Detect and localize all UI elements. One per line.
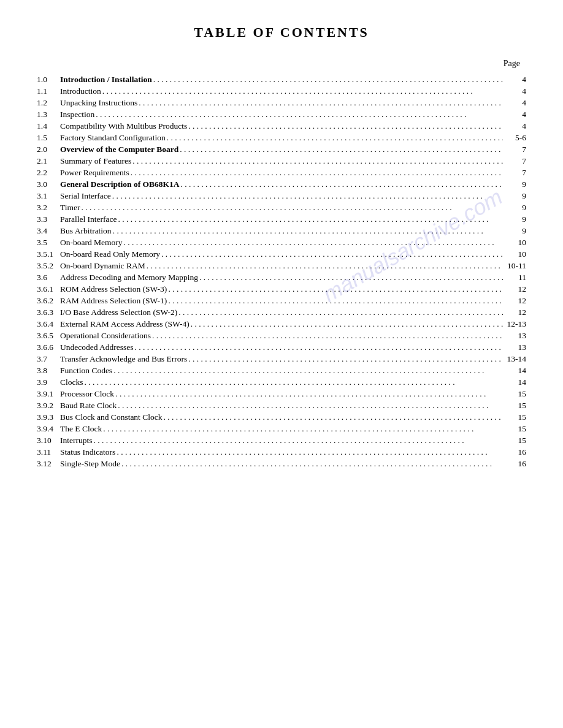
toc-dots: . . . . . . . . . . . . . . . . . . . . … [180, 145, 503, 154]
toc-num: 3.11 [37, 447, 60, 457]
toc-page: 9 [504, 203, 526, 213]
toc-dots: . . . . . . . . . . . . . . . . . . . . … [103, 424, 503, 434]
toc-dots: . . . . . . . . . . . . . . . . . . . . … [178, 308, 503, 317]
toc-page: 7 [504, 168, 526, 178]
toc-label: Status Indicators [60, 447, 115, 457]
toc-label: On-board Read Only Memory [60, 249, 160, 259]
toc-dots: . . . . . . . . . . . . . . . . . . . . … [164, 412, 504, 422]
toc-entry: 1.0Introduction / Installation . . . . .… [37, 74, 526, 85]
toc-page: 15 [504, 401, 526, 411]
toc-num: 3.7 [37, 354, 60, 364]
toc-dots: . . . . . . . . . . . . . . . . . . . . … [188, 354, 503, 364]
toc-label: Bus Clock and Constant Clock [60, 412, 163, 422]
toc-page: 10-11 [504, 261, 526, 271]
toc-entry: 3.1Serial Interface . . . . . . . . . . … [37, 190, 526, 202]
toc-num: 3.6.5 [37, 331, 60, 341]
toc-page: 12 [504, 284, 526, 294]
toc-label: Overview of the Computer Board [60, 145, 178, 154]
toc-entry: 3.5.1On-board Read Only Memory . . . . .… [37, 248, 526, 260]
toc-entry: 3.6.2RAM Address Selection (SW-1) . . . … [37, 295, 526, 306]
toc-entry: 1.5Factory Standard Configuration . . . … [37, 132, 526, 143]
toc-num: 3.6 [37, 273, 60, 282]
toc-dots: . . . . . . . . . . . . . . . . . . . . … [82, 203, 503, 213]
toc-entry: 3.3Parallel Interface . . . . . . . . . … [37, 213, 526, 225]
toc-entry: 3.9.4The E Clock . . . . . . . . . . . .… [37, 423, 526, 434]
toc-label: Summary of Features [60, 156, 131, 166]
toc-dots: . . . . . . . . . . . . . . . . . . . . … [191, 319, 503, 329]
toc-label: Timer [60, 203, 80, 213]
toc-page: 4 [504, 75, 526, 85]
toc-entry: 3.6.1ROM Address Selection (SW-3) . . . … [37, 283, 526, 295]
toc-entry: 3.8Function Codes . . . . . . . . . . . … [37, 365, 526, 376]
toc-label: Processor Clock [60, 389, 114, 399]
toc-label: Parallel Interface [60, 214, 117, 224]
toc-entry: 3.9.1Processor Clock . . . . . . . . . .… [37, 388, 526, 400]
toc-entry: 3.4Bus Arbitration . . . . . . . . . . .… [37, 225, 526, 237]
toc-label: Introduction [60, 86, 101, 96]
toc-page: 12 [504, 296, 526, 306]
toc-num: 2.2 [37, 168, 60, 178]
toc-label: Inspection [60, 110, 94, 119]
toc-entry: 3.6.5Operational Considerations . . . . … [37, 330, 526, 341]
toc-label: Single-Step Mode [60, 459, 120, 469]
toc-label: Address Decoding and Memory Mapping [60, 273, 198, 282]
toc-dots: . . . . . . . . . . . . . . . . . . . . … [199, 273, 503, 282]
toc-label: General Description of OB68K1A [60, 180, 180, 189]
toc-entry: 2.2Power Requirements . . . . . . . . . … [37, 167, 526, 178]
toc-entry: 3.9Clocks . . . . . . . . . . . . . . . … [37, 376, 526, 388]
toc-num: 3.5.2 [37, 261, 60, 271]
page-header: Page [37, 59, 526, 69]
toc-dots: . . . . . . . . . . . . . . . . . . . . … [96, 110, 503, 119]
toc-dots: . . . . . . . . . . . . . . . . . . . . … [118, 401, 503, 411]
toc-entry: 3.11Status Indicators . . . . . . . . . … [37, 446, 526, 458]
toc-num: 3.1 [37, 191, 60, 201]
toc-entry: 3.0General Description of OB68K1A . . . … [37, 178, 526, 190]
toc-dots: . . . . . . . . . . . . . . . . . . . . … [113, 366, 503, 376]
toc-entry: 3.6.4External RAM Access Address (SW-4) … [37, 318, 526, 330]
page-title: TABLE OF CONTENTS [37, 25, 526, 40]
toc-dots: . . . . . . . . . . . . . . . . . . . . … [113, 226, 503, 236]
toc-dots: . . . . . . . . . . . . . . . . . . . . … [102, 86, 503, 96]
toc-page: 15 [504, 412, 526, 422]
toc-num: 3.6.6 [37, 343, 60, 352]
toc-page: 9 [504, 191, 526, 201]
toc-dots: . . . . . . . . . . . . . . . . . . . . … [161, 249, 503, 259]
toc-dots: . . . . . . . . . . . . . . . . . . . . … [135, 343, 503, 352]
toc-label: External RAM Access Address (SW-4) [60, 319, 190, 329]
toc-label: Introduction / Installation [60, 75, 152, 85]
toc-num: 1.4 [37, 121, 60, 131]
toc-num: 3.10 [37, 436, 60, 446]
toc-dots: . . . . . . . . . . . . . . . . . . . . … [131, 168, 503, 178]
toc-label: Clocks [60, 377, 83, 387]
toc-entry: 3.5On-board Memory . . . . . . . . . . .… [37, 237, 526, 248]
toc-num: 1.1 [37, 86, 60, 96]
toc-entry: 1.1Introduction . . . . . . . . . . . . … [37, 85, 526, 97]
toc-entry: 2.1Summary of Features . . . . . . . . .… [37, 155, 526, 167]
toc-page: 13-14 [504, 354, 526, 364]
toc-page: 9 [504, 180, 526, 189]
toc-entry: 3.5.2On-board Dynamic RAM . . . . . . . … [37, 260, 526, 271]
toc-page: 16 [504, 447, 526, 457]
toc-label: Undecoded Addresses [60, 343, 134, 352]
toc-dots: . . . . . . . . . . . . . . . . . . . . … [132, 156, 503, 166]
toc-dots: . . . . . . . . . . . . . . . . . . . . … [152, 331, 503, 341]
toc-page: 13 [504, 331, 526, 341]
toc-label: Transfer Acknowledge and Bus Errors [60, 354, 187, 364]
toc-page: 4 [504, 110, 526, 119]
toc-page: 14 [504, 366, 526, 376]
toc-label: On-board Memory [60, 238, 123, 248]
toc-label: Operational Considerations [60, 331, 151, 341]
toc-num: 1.5 [37, 133, 60, 143]
toc-num: 3.4 [37, 226, 60, 236]
toc-page: 12-13 [504, 319, 526, 329]
toc-num: 3.9.2 [37, 401, 60, 411]
toc-label: Power Requirements [60, 168, 129, 178]
toc-num: 3.3 [37, 214, 60, 224]
toc-page: 4 [504, 98, 526, 108]
toc-dots: . . . . . . . . . . . . . . . . . . . . … [153, 75, 503, 85]
toc-entry: 3.7Transfer Acknowledge and Bus Errors .… [37, 353, 526, 365]
toc-num: 3.12 [37, 459, 60, 469]
toc-container: 1.0Introduction / Installation . . . . .… [37, 74, 526, 469]
toc-entry: 3.9.2Baud Rate Clock . . . . . . . . . .… [37, 400, 526, 411]
toc-dots: . . . . . . . . . . . . . . . . . . . . … [121, 459, 503, 469]
